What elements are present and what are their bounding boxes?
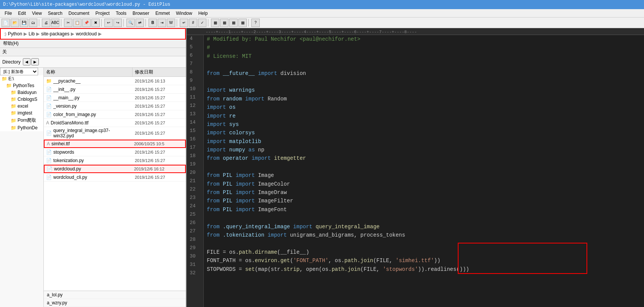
toolbar-undo[interactable]: ↩ (104, 19, 113, 27)
token-plain: ( (290, 256, 293, 265)
menu-item-window[interactable]: Window (173, 10, 195, 17)
file-list-panel: 名称 修改日期 📁__pycache__ 2019/12/6 16:13 📄__… (44, 68, 186, 291)
code-line: FONT_PATH = os.environ.get('FONT_PATH', … (207, 256, 641, 265)
close-bar: 关 (0, 48, 186, 56)
code-area[interactable]: 4567891011121314151617181920212223242526… (187, 35, 644, 307)
menu-item-edit[interactable]: Edit (15, 10, 29, 17)
code-content[interactable]: # Modified by: Paul Nechifor <paul@nechi… (204, 35, 644, 307)
token-kw: from (207, 231, 220, 239)
toolbar-redo[interactable]: ↪ (113, 19, 122, 27)
file-icon: 📄 (46, 112, 52, 117)
tree-panel: 📁E:\📁PythonTes📁Baiduyun📁CnblogsS📁excel📁i… (0, 75, 44, 131)
toolbar-indent[interactable]: ⇥ (158, 19, 166, 27)
toolbar-linenum[interactable]: # (189, 19, 197, 27)
line-number: 13 (190, 110, 200, 119)
file-row[interactable]: ADroidSansMono.ttf 2019/12/6 15:27 (44, 119, 186, 127)
toolbar-wordwrap[interactable]: ↵ (180, 19, 188, 27)
toolbar-paste[interactable]: 📌 (82, 19, 91, 27)
toolbar-cut[interactable]: ✂ (64, 19, 72, 27)
token-kw: import (207, 112, 226, 120)
token-cm: # (207, 43, 210, 52)
toolbar-print[interactable]: 🖨 (42, 19, 50, 27)
toolbar-col1[interactable]: ▦ (211, 19, 219, 27)
file-row[interactable]: 📄__init__.py 2019/12/6 15:27 (44, 85, 186, 94)
toolbar-save[interactable]: 💾 (20, 19, 28, 27)
line-number: 23 (190, 194, 200, 202)
file-row[interactable]: 📄wordcloud_cli.py 2019/12/6 15:27 (44, 173, 186, 181)
menu-item-file[interactable]: File (2, 10, 15, 17)
token-plain: ImageFont (255, 205, 287, 214)
file-row[interactable]: 📄stopwords 2019/12/6 15:27 (44, 148, 186, 156)
folder-icon: 📁 (11, 125, 16, 130)
line-number: 27 (190, 227, 200, 236)
toolbar-b[interactable]: B (149, 19, 157, 27)
file-row[interactable]: Asimhei.ttf 2006/10/25 10:5 (44, 140, 186, 148)
menu-item-document[interactable]: Document (66, 10, 93, 17)
ruler-text: ----+----1----+----2----+----3----+----4… (206, 30, 417, 34)
menu-item-emmet[interactable]: Emmet (152, 10, 173, 17)
token-kw: from (207, 95, 220, 103)
toolbar-open[interactable]: 📂 (11, 19, 19, 27)
token-fn: join (348, 265, 361, 274)
menu-item-browser[interactable]: Browser (129, 10, 152, 17)
toolbar-find[interactable]: 🔍 (126, 19, 135, 27)
file-row[interactable]: 📄query_integral_image.cp37-win32.pyd 201… (44, 127, 186, 140)
token-fn: environ. (255, 256, 280, 265)
line-number: 16 (190, 135, 200, 144)
toolbar-w[interactable]: W (167, 19, 175, 27)
file-row[interactable]: 📄wordcloud.py 2019/12/6 16:12 (44, 165, 186, 173)
toolbar-spell[interactable]: ABC (51, 19, 59, 27)
file-row[interactable]: 📄tokenization.py 2019/12/6 15:27 (44, 156, 186, 165)
token-kw: import (207, 86, 226, 94)
tree-item-label: CnblogsS (18, 97, 37, 102)
toolbar-copy[interactable]: 📋 (73, 19, 81, 27)
toolbar-help[interactable]: ? (251, 19, 260, 27)
tree-item[interactable]: 📁E:\ (0, 75, 43, 82)
token-plain: STOPWORDS (207, 265, 239, 274)
menu-item-project[interactable]: Project (93, 10, 113, 17)
drive-selector[interactable]: [E:] 新加卷 (0, 68, 38, 75)
token-plain: (FILE, (360, 265, 383, 274)
token-plain: Image (255, 171, 274, 180)
sep1 (39, 19, 40, 27)
token-kw: from (207, 205, 220, 214)
tree-item[interactable]: 📁PythonTes (0, 82, 43, 89)
tree-item[interactable]: 📁Porn爬取 (0, 116, 43, 124)
line-number: 18 (190, 152, 200, 161)
file-row[interactable]: 📄color_from_image.py 2019/12/6 15:27 (44, 110, 186, 119)
tree-item[interactable]: 📁CnblogsS (0, 96, 43, 103)
code-line (207, 214, 641, 222)
toolbar-replace[interactable]: ⇄ (136, 19, 144, 27)
file-row[interactable]: 📄_version.py 2019/12/6 15:27 (44, 102, 186, 110)
header-name: 名称 (44, 68, 133, 76)
toolbar-col3[interactable]: ▦ (229, 19, 238, 27)
toolbar-check[interactable]: ✓ (198, 19, 206, 27)
toolbar-delete[interactable]: ✖ (91, 19, 100, 27)
help-text: 帮助(H) (3, 40, 19, 47)
toolbar-col4[interactable]: ▦ (238, 19, 247, 27)
bottom-file-item[interactable]: a_lol.py (44, 291, 186, 299)
bottom-file-item[interactable]: a_wzry.py (44, 299, 186, 307)
panel-arrow-right[interactable]: ▶ (31, 58, 39, 65)
tree-item[interactable]: 📁Baiduyun (0, 89, 43, 96)
menu-item-tools[interactable]: Tools (113, 10, 129, 17)
toolbar-col2[interactable]: ▦ (220, 19, 229, 27)
menu-item-view[interactable]: View (29, 10, 45, 17)
file-name: 📄query_integral_image.cp37-win32.pyd (44, 127, 133, 139)
menu-item-search[interactable]: Search (45, 10, 66, 17)
menu-item-help[interactable]: Help (195, 10, 211, 17)
file-icon: 📄 (46, 150, 52, 155)
file-row[interactable]: 📁__pycache__ 2019/12/6 16:13 (44, 77, 186, 85)
token-fn: path. (344, 256, 360, 265)
file-row[interactable]: 📄__main__.py 2019/12/6 15:27 (44, 94, 186, 102)
toolbar-new[interactable]: 📄 (2, 19, 10, 27)
token-kw: import (293, 223, 312, 231)
token-plain: np (255, 146, 264, 154)
tree-item[interactable]: 📁excel (0, 103, 43, 110)
tree-item[interactable]: 📁PythonDe (0, 124, 43, 131)
file-icon: 📄 (46, 158, 52, 163)
toolbar-saveall[interactable]: 🗂 (29, 19, 37, 27)
tree-item[interactable]: 📁imgtest (0, 110, 43, 116)
panel-arrow-left[interactable]: ◀ (23, 58, 30, 65)
line-number: 15 (190, 127, 200, 135)
